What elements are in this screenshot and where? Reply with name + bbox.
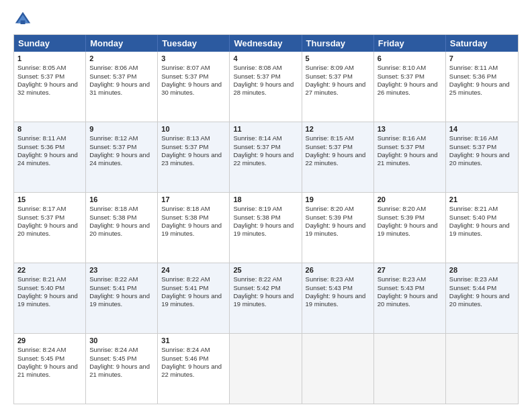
sunrise-text: Sunrise: 8:18 AM xyxy=(89,205,138,212)
sunrise-text: Sunrise: 8:18 AM xyxy=(161,205,210,212)
calendar-cell: 14 Sunrise: 8:16 AM Sunset: 5:37 PM Dayl… xyxy=(446,122,518,192)
sunset-text: Sunset: 5:43 PM xyxy=(306,284,353,291)
calendar-week-2: 8 Sunrise: 8:11 AM Sunset: 5:36 PM Dayli… xyxy=(14,122,518,193)
logo-icon xyxy=(13,10,32,29)
calendar-cell: 25 Sunrise: 8:22 AM Sunset: 5:42 PM Dayl… xyxy=(230,263,302,333)
calendar-cell: 26 Sunrise: 8:23 AM Sunset: 5:43 PM Dayl… xyxy=(302,263,374,333)
sunrise-text: Sunrise: 8:07 AM xyxy=(161,64,210,71)
calendar-cell: 10 Sunrise: 8:13 AM Sunset: 5:37 PM Dayl… xyxy=(158,122,230,192)
day-number: 19 xyxy=(306,195,370,204)
sunset-text: Sunset: 5:37 PM xyxy=(449,143,496,150)
sunrise-text: Sunrise: 8:22 AM xyxy=(161,275,210,283)
sunrise-text: Sunrise: 8:20 AM xyxy=(306,205,354,212)
sunrise-text: Sunrise: 8:24 AM xyxy=(17,346,66,353)
sunset-text: Sunset: 5:37 PM xyxy=(161,73,208,80)
sunset-text: Sunset: 5:45 PM xyxy=(17,355,64,362)
daylight-text: Daylight: 9 hours and 27 minutes. xyxy=(306,81,366,96)
sunrise-text: Sunrise: 8:05 AM xyxy=(17,64,66,71)
daylight-text: Daylight: 9 hours and 19 minutes. xyxy=(449,222,510,237)
sunrise-text: Sunrise: 8:24 AM xyxy=(161,346,210,353)
day-number: 24 xyxy=(161,265,226,275)
day-number: 10 xyxy=(161,124,226,134)
sunset-text: Sunset: 5:42 PM xyxy=(233,284,280,291)
calendar-cell: 6 Sunrise: 8:10 AM Sunset: 5:37 PM Dayli… xyxy=(374,52,446,122)
header-thursday: Thursday xyxy=(302,35,374,52)
day-number: 30 xyxy=(89,336,154,345)
day-number: 4 xyxy=(233,54,298,63)
day-number: 31 xyxy=(161,336,226,345)
svg-rect-2 xyxy=(21,20,26,24)
calendar-cell xyxy=(302,334,374,404)
sunrise-text: Sunrise: 8:06 AM xyxy=(89,64,138,71)
calendar-page: Sunday Monday Tuesday Wednesday Thursday… xyxy=(0,0,532,411)
sunrise-text: Sunrise: 8:10 AM xyxy=(378,64,426,71)
sunset-text: Sunset: 5:37 PM xyxy=(17,73,64,80)
calendar-week-4: 22 Sunrise: 8:21 AM Sunset: 5:40 PM Dayl… xyxy=(14,263,518,334)
calendar-cell: 15 Sunrise: 8:17 AM Sunset: 5:37 PM Dayl… xyxy=(14,193,86,263)
day-number: 17 xyxy=(161,195,226,204)
sunrise-text: Sunrise: 8:19 AM xyxy=(233,205,281,212)
calendar-cell: 9 Sunrise: 8:12 AM Sunset: 5:37 PM Dayli… xyxy=(86,122,158,192)
daylight-text: Daylight: 9 hours and 21 minutes. xyxy=(17,363,78,378)
sunrise-text: Sunrise: 8:13 AM xyxy=(161,134,210,142)
day-number: 5 xyxy=(306,54,370,63)
header-wednesday: Wednesday xyxy=(230,35,302,52)
sunset-text: Sunset: 5:37 PM xyxy=(306,143,353,150)
daylight-text: Daylight: 9 hours and 20 minutes. xyxy=(89,222,150,237)
daylight-text: Daylight: 9 hours and 19 minutes. xyxy=(306,222,366,237)
day-number: 18 xyxy=(233,195,298,204)
sunrise-text: Sunrise: 8:17 AM xyxy=(17,205,66,212)
day-number: 6 xyxy=(378,54,442,63)
calendar-header: Sunday Monday Tuesday Wednesday Thursday… xyxy=(14,35,518,52)
calendar-cell: 3 Sunrise: 8:07 AM Sunset: 5:37 PM Dayli… xyxy=(158,52,230,122)
calendar-cell: 30 Sunrise: 8:24 AM Sunset: 5:45 PM Dayl… xyxy=(86,334,158,404)
calendar-cell: 17 Sunrise: 8:18 AM Sunset: 5:38 PM Dayl… xyxy=(158,193,230,263)
sunset-text: Sunset: 5:39 PM xyxy=(306,214,353,221)
sunrise-text: Sunrise: 8:12 AM xyxy=(89,134,138,142)
day-number: 15 xyxy=(17,195,82,204)
sunrise-text: Sunrise: 8:16 AM xyxy=(378,134,426,142)
day-number: 20 xyxy=(378,195,442,204)
daylight-text: Daylight: 9 hours and 21 minutes. xyxy=(89,363,150,378)
daylight-text: Daylight: 9 hours and 20 minutes. xyxy=(449,151,510,167)
calendar-cell: 24 Sunrise: 8:22 AM Sunset: 5:41 PM Dayl… xyxy=(158,263,230,333)
day-number: 28 xyxy=(449,265,515,275)
daylight-text: Daylight: 9 hours and 19 minutes. xyxy=(17,292,78,308)
sunset-text: Sunset: 5:36 PM xyxy=(17,143,64,150)
sunrise-text: Sunrise: 8:11 AM xyxy=(449,64,498,71)
day-number: 26 xyxy=(306,265,370,275)
daylight-text: Daylight: 9 hours and 24 minutes. xyxy=(17,151,78,167)
day-number: 23 xyxy=(89,265,154,275)
daylight-text: Daylight: 9 hours and 19 minutes. xyxy=(89,292,150,308)
calendar-cell: 5 Sunrise: 8:09 AM Sunset: 5:37 PM Dayli… xyxy=(302,52,374,122)
daylight-text: Daylight: 9 hours and 20 minutes. xyxy=(378,292,438,308)
calendar-cell: 18 Sunrise: 8:19 AM Sunset: 5:38 PM Dayl… xyxy=(230,193,302,263)
sunset-text: Sunset: 5:37 PM xyxy=(89,143,136,150)
sunrise-text: Sunrise: 8:23 AM xyxy=(306,275,354,283)
calendar-cell: 28 Sunrise: 8:23 AM Sunset: 5:44 PM Dayl… xyxy=(446,263,518,333)
daylight-text: Daylight: 9 hours and 31 minutes. xyxy=(89,81,150,96)
calendar-week-5: 29 Sunrise: 8:24 AM Sunset: 5:45 PM Dayl… xyxy=(14,334,518,404)
header-monday: Monday xyxy=(86,35,158,52)
calendar-week-1: 1 Sunrise: 8:05 AM Sunset: 5:37 PM Dayli… xyxy=(14,52,518,122)
day-number: 11 xyxy=(233,124,298,134)
sunrise-text: Sunrise: 8:21 AM xyxy=(17,275,66,283)
daylight-text: Daylight: 9 hours and 25 minutes. xyxy=(449,81,510,96)
sunset-text: Sunset: 5:37 PM xyxy=(89,73,136,80)
sunrise-text: Sunrise: 8:24 AM xyxy=(89,346,138,353)
sunrise-text: Sunrise: 8:11 AM xyxy=(17,134,66,142)
daylight-text: Daylight: 9 hours and 23 minutes. xyxy=(161,151,222,167)
daylight-text: Daylight: 9 hours and 19 minutes. xyxy=(233,222,294,237)
daylight-text: Daylight: 9 hours and 19 minutes. xyxy=(161,222,222,237)
calendar-cell: 20 Sunrise: 8:20 AM Sunset: 5:39 PM Dayl… xyxy=(374,193,446,263)
day-number: 29 xyxy=(17,336,82,345)
calendar-cell: 27 Sunrise: 8:23 AM Sunset: 5:43 PM Dayl… xyxy=(374,263,446,333)
calendar-cell: 8 Sunrise: 8:11 AM Sunset: 5:36 PM Dayli… xyxy=(14,122,86,192)
day-number: 13 xyxy=(378,124,442,134)
daylight-text: Daylight: 9 hours and 21 minutes. xyxy=(378,151,438,167)
sunset-text: Sunset: 5:38 PM xyxy=(161,214,208,221)
daylight-text: Daylight: 9 hours and 22 minutes. xyxy=(306,151,366,167)
daylight-text: Daylight: 9 hours and 24 minutes. xyxy=(89,151,150,167)
sunrise-text: Sunrise: 8:20 AM xyxy=(378,205,426,212)
day-number: 22 xyxy=(17,265,82,275)
